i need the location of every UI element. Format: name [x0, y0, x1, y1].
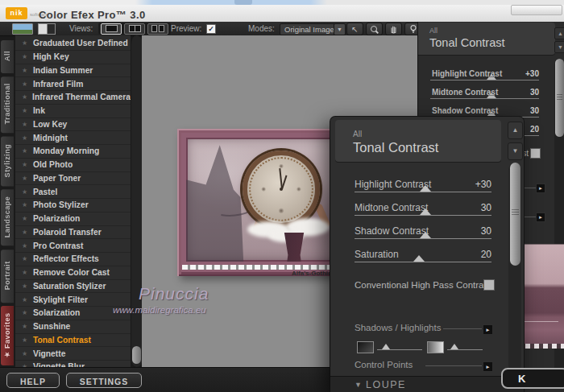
slider-track[interactable]: [355, 262, 491, 262]
favorite-star-icon[interactable]: ★: [22, 39, 29, 47]
category-tab[interactable]: Portrait: [1, 250, 14, 303]
filter-list-item[interactable]: ★ Monday Morning: [15, 145, 131, 159]
filter-list-item[interactable]: ★ Low Key: [15, 118, 131, 132]
favorite-star-icon[interactable]: ★: [22, 283, 29, 290]
favorite-star-icon[interactable]: ★: [22, 121, 29, 128]
slider-thumb[interactable]: [487, 93, 496, 98]
filter-list-scrollbar-thumb[interactable]: [132, 346, 141, 364]
favorite-star-icon[interactable]: ★: [22, 188, 29, 196]
help-button[interactable]: HELP: [6, 373, 60, 388]
slider-track[interactable]: [430, 80, 539, 80]
filter-list-item[interactable]: ★ Infrared Film: [15, 77, 131, 91]
favorite-star-icon[interactable]: ★: [22, 67, 29, 74]
filter-list-item[interactable]: ★ Tonal Contrast: [15, 334, 131, 348]
high-pass-contrast-checkbox[interactable]: [530, 148, 541, 159]
filter-list-item[interactable]: ★ Sunshine: [15, 320, 131, 334]
filter-list-item[interactable]: ★ Indian Summer: [15, 64, 131, 78]
category-tab[interactable]: Traditional: [1, 76, 14, 133]
favorite-star-icon[interactable]: ★: [22, 350, 29, 357]
shadow-slider-thumb[interactable]: [382, 344, 390, 349]
filter-list-item[interactable]: ★ Polarization: [15, 213, 131, 226]
panel-scroll-up-button[interactable]: ▲: [554, 27, 564, 39]
favorite-star-icon[interactable]: ★: [22, 296, 29, 303]
view-split-button[interactable]: [124, 23, 145, 35]
pan-button[interactable]: [385, 23, 402, 35]
favorite-star-icon[interactable]: ★: [22, 161, 29, 168]
preview-checkbox[interactable]: ✓: [206, 24, 216, 34]
slider-thumb[interactable]: [487, 111, 496, 117]
favorite-star-icon[interactable]: ★: [22, 175, 29, 182]
slider-track[interactable]: [355, 192, 491, 192]
slider-thumb[interactable]: [420, 232, 431, 238]
favorite-star-icon[interactable]: ★: [22, 255, 29, 262]
filter-list-item[interactable]: ★ Pro Contrast: [15, 239, 131, 253]
category-tab[interactable]: ★ Favorites: [1, 306, 14, 365]
slider-track[interactable]: [430, 98, 539, 99]
category-tab[interactable]: All: [1, 40, 14, 73]
filter-list-item[interactable]: ★ Vignette: [15, 347, 131, 361]
selection-arrow-button[interactable]: ↖: [346, 23, 363, 35]
ok-button[interactable]: K: [501, 368, 564, 389]
filter-list-item[interactable]: ★ Polaroid Transfer: [15, 226, 131, 240]
filter-list-item[interactable]: ★ Remove Color Cast: [15, 266, 131, 280]
favorite-star-icon[interactable]: ★: [22, 269, 29, 276]
view-sidebyside-button[interactable]: [147, 23, 168, 35]
favorite-star-icon[interactable]: ★: [22, 201, 29, 208]
favorite-star-icon[interactable]: ★: [22, 53, 29, 60]
section-expand-button[interactable]: ►: [483, 361, 493, 372]
category-tab[interactable]: Landscape: [1, 189, 14, 246]
floating-scroll-up-button[interactable]: ▲: [508, 122, 523, 139]
slider-thumb[interactable]: [420, 208, 431, 215]
filter-list-item[interactable]: ★ Old Photo: [15, 159, 131, 172]
highlight-swatch[interactable]: [427, 341, 444, 353]
view-single-button[interactable]: [101, 23, 122, 35]
filter-list-item[interactable]: ★ Paper Toner: [15, 172, 131, 186]
category-tab[interactable]: Stylizing: [1, 136, 14, 186]
filter-list-item[interactable]: ★ Midnight: [15, 131, 131, 145]
filter-list-item[interactable]: ★ Ink: [15, 105, 131, 118]
slider-track[interactable]: [355, 215, 491, 216]
filter-list-scrollbar[interactable]: [131, 35, 143, 367]
shadow-slider-track[interactable]: [377, 349, 422, 350]
favorite-star-icon[interactable]: ★: [22, 323, 29, 330]
loupe-bar[interactable]: ▼ LOUPE: [330, 376, 524, 392]
slider-thumb[interactable]: [413, 255, 425, 262]
highlight-slider-thumb[interactable]: [450, 344, 458, 349]
high-pass-contrast-checkbox[interactable]: [483, 279, 495, 291]
filter-list-item[interactable]: ★ Pastel: [15, 185, 131, 199]
panel-scroll-down-button[interactable]: ▼: [554, 41, 564, 53]
favorite-star-icon[interactable]: ★: [22, 147, 29, 155]
favorite-star-icon[interactable]: ★: [22, 107, 29, 114]
dropdown-arrow-icon[interactable]: ▼: [334, 23, 346, 35]
favorite-star-icon[interactable]: ★: [22, 242, 29, 250]
zoom-button[interactable]: [366, 23, 383, 35]
filter-list-item[interactable]: ★ Graduated User Defined: [15, 37, 131, 51]
floating-scroll-down-button[interactable]: ▼: [508, 142, 523, 160]
filter-list-item[interactable]: ★ High Key: [15, 51, 131, 64]
panel-scrollbar-thumb[interactable]: [555, 59, 564, 137]
slider-thumb[interactable]: [487, 74, 496, 80]
filter-list-item[interactable]: ★ Photo Stylizer: [15, 199, 131, 213]
favorite-star-icon[interactable]: ★: [22, 93, 28, 101]
section-expand-button[interactable]: ►: [536, 184, 545, 193]
settings-button[interactable]: SETTINGS: [66, 373, 142, 388]
section-expand-button[interactable]: ►: [536, 213, 545, 222]
filter-list-item[interactable]: ★ Saturation Stylizer: [15, 280, 131, 294]
favorite-star-icon[interactable]: ★: [22, 215, 29, 222]
slider-track[interactable]: [355, 238, 491, 239]
modes-dropdown[interactable]: Original Image: [280, 23, 338, 35]
filter-list-item[interactable]: ★ Reflector Effects: [15, 253, 131, 266]
section-expand-button[interactable]: ►: [483, 324, 493, 335]
highlight-slider-track[interactable]: [447, 349, 483, 350]
favorite-star-icon[interactable]: ★: [22, 336, 29, 344]
favorite-star-icon[interactable]: ★: [22, 80, 29, 88]
filter-list-item[interactable]: ★ Infrared Thermal Camera: [15, 91, 131, 105]
split-view-icon[interactable]: [38, 23, 56, 35]
shadow-swatch[interactable]: [357, 341, 374, 353]
image-thumbnail-icon[interactable]: [12, 23, 33, 35]
favorite-star-icon[interactable]: ★: [22, 134, 29, 142]
favorite-star-icon[interactable]: ★: [22, 229, 29, 236]
favorite-star-icon[interactable]: ★: [22, 309, 29, 316]
floating-scrollbar-thumb[interactable]: [510, 163, 520, 266]
slider-thumb[interactable]: [420, 185, 431, 192]
